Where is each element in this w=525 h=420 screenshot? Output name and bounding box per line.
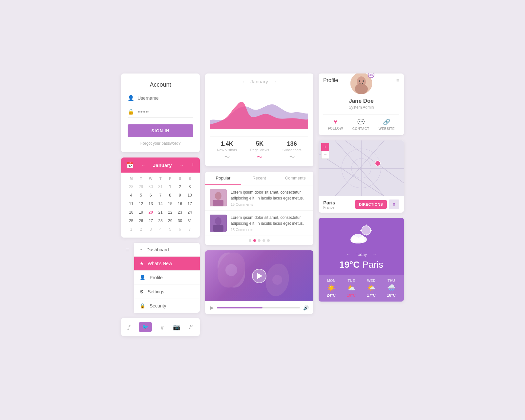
cal-day[interactable]: 14 <box>156 200 165 208</box>
cal-day[interactable]: 22 <box>165 208 175 217</box>
dot-3[interactable] <box>258 239 261 242</box>
cal-day[interactable]: 7 <box>156 191 165 200</box>
forecast-mon: MON ☀️ 24°C <box>327 279 336 298</box>
volume-icon[interactable]: 🔊 <box>303 305 309 310</box>
directions-btn[interactable]: DIRECTIONS <box>355 200 387 209</box>
dot-1[interactable] <box>249 239 251 242</box>
social-bar: 𝑓 🐦 𝑔 📷 𝑃 <box>121 318 200 336</box>
twitter-icon[interactable]: 🐦 <box>139 322 152 332</box>
cal-day[interactable]: 3 <box>146 225 156 234</box>
cal-day[interactable]: 28 <box>156 217 165 225</box>
follow-action[interactable]: ♥ FOLLOW <box>328 118 343 131</box>
cal-day[interactable]: 26 <box>136 217 146 225</box>
cal-day[interactable]: 27 <box>146 217 156 225</box>
cal-day[interactable]: 20 <box>146 208 156 217</box>
cal-day[interactable]: 6 <box>175 225 185 234</box>
cal-day[interactable]: 4 <box>126 191 136 200</box>
menu-item-settings[interactable]: ⚙ Settings <box>134 285 200 299</box>
dot-4[interactable] <box>262 239 265 242</box>
cal-day[interactable]: 30 <box>146 182 156 191</box>
cal-day[interactable]: 8 <box>165 191 175 200</box>
navigate-btn[interactable]: ⬆ <box>389 200 399 209</box>
audio-play-btn[interactable]: ▶ <box>210 304 214 311</box>
pinterest-icon[interactable]: 𝑃 <box>189 324 193 330</box>
cal-day[interactable]: 9 <box>175 191 185 200</box>
hamburger-icon[interactable]: ≡ <box>126 247 130 254</box>
chart-prev-btn[interactable]: ← <box>242 79 246 84</box>
website-action[interactable]: 🔗 WEBSITE <box>379 118 395 131</box>
video-card: ▶ 🔊 <box>205 250 313 314</box>
cal-day[interactable]: 18 <box>126 208 136 217</box>
star-icon: ★ <box>139 261 144 266</box>
cal-day[interactable]: 23 <box>175 208 185 217</box>
cal-day[interactable]: 10 <box>185 191 195 200</box>
profile-name: Jane Doe <box>323 98 399 104</box>
instagram-icon[interactable]: 📷 <box>173 324 180 331</box>
visitors-trend: 〜 <box>217 153 237 161</box>
menu-item-dashboard[interactable]: ⌂ Dashboard <box>134 243 200 257</box>
cal-day[interactable]: 29 <box>136 182 146 191</box>
zoom-in-btn[interactable]: + <box>321 143 329 151</box>
weather-today-label: Today <box>356 252 367 257</box>
dot-5[interactable] <box>267 239 270 242</box>
cal-day[interactable]: 4 <box>156 225 165 234</box>
signin-button[interactable]: SIGN IN <box>128 124 193 137</box>
map-footer: Paris France DIRECTIONS ⬆ <box>319 196 404 213</box>
cal-day[interactable]: 25 <box>126 217 136 225</box>
svg-point-10 <box>272 275 282 285</box>
cal-day[interactable]: 31 <box>185 217 195 225</box>
subscribers-label: Subscribers <box>283 148 302 152</box>
cal-day[interactable]: 15 <box>165 200 175 208</box>
cal-day[interactable]: 7 <box>185 225 195 234</box>
audio-progress-bar[interactable] <box>217 307 300 308</box>
cal-day[interactable]: 28 <box>126 182 136 191</box>
cal-day[interactable]: 31 <box>156 182 165 191</box>
weather-next-btn[interactable]: → <box>372 252 376 257</box>
cal-day-today[interactable]: 1 <box>165 182 175 191</box>
forgot-link[interactable]: Forgot your password? <box>128 141 193 146</box>
chart-next-btn[interactable]: → <box>272 79 277 84</box>
add-event-btn[interactable]: + <box>191 162 195 169</box>
cal-day[interactable]: 21 <box>156 208 165 217</box>
dot-2[interactable] <box>253 239 256 242</box>
cal-day[interactable]: 2 <box>175 182 185 191</box>
cal-day[interactable]: 3 <box>185 182 195 191</box>
cal-day[interactable]: 13 <box>146 200 156 208</box>
menu-item-security[interactable]: 🔒 Security <box>134 299 200 313</box>
facebook-icon[interactable]: 𝑓 <box>128 324 130 330</box>
cal-day[interactable]: 11 <box>126 200 136 208</box>
profile-menu-icon[interactable]: ≡ <box>396 77 399 83</box>
forecast-temp-tue: 19°C <box>347 293 356 298</box>
password-input[interactable] <box>137 109 193 115</box>
contact-action[interactable]: 💬 CONTACT <box>352 118 369 131</box>
tab-comments[interactable]: Comments <box>277 172 313 185</box>
profile-avatar-wrap: 24 <box>349 74 373 95</box>
blog-post-2: Lorem ipsum dolor sit amet, consectetur … <box>205 211 313 236</box>
menu-label-security: Security <box>150 303 166 308</box>
google-icon[interactable]: 𝑔 <box>161 324 164 330</box>
next-month-btn[interactable]: → <box>179 162 184 168</box>
menu-item-profile[interactable]: 👤 Profile <box>134 271 200 285</box>
zoom-out-btn[interactable]: − <box>321 151 329 159</box>
security-icon: 🔒 <box>139 303 146 309</box>
cal-day[interactable]: 16 <box>175 200 185 208</box>
weather-temp: 19°C <box>339 260 360 270</box>
cal-day[interactable]: 5 <box>165 225 175 234</box>
cal-day[interactable]: 24 <box>185 208 195 217</box>
cal-day[interactable]: 2 <box>136 225 146 234</box>
cal-day[interactable]: 29 <box>165 217 175 225</box>
weather-prev-btn[interactable]: ← <box>346 252 350 257</box>
cal-day[interactable]: 17 <box>185 200 195 208</box>
cal-day[interactable]: 19 <box>136 208 146 217</box>
contact-label: CONTACT <box>352 127 369 131</box>
cal-day[interactable]: 1 <box>126 225 136 234</box>
cal-day[interactable]: 6 <box>146 191 156 200</box>
cal-day[interactable]: 30 <box>175 217 185 225</box>
cal-day[interactable]: 5 <box>136 191 146 200</box>
username-input[interactable] <box>137 95 193 101</box>
tab-popular[interactable]: Popular <box>205 172 241 185</box>
tab-recent[interactable]: Recent <box>241 172 277 185</box>
prev-month-btn[interactable]: ← <box>141 162 145 168</box>
menu-item-whatsnew[interactable]: ★ What's New <box>134 257 200 271</box>
cal-day[interactable]: 12 <box>136 200 146 208</box>
